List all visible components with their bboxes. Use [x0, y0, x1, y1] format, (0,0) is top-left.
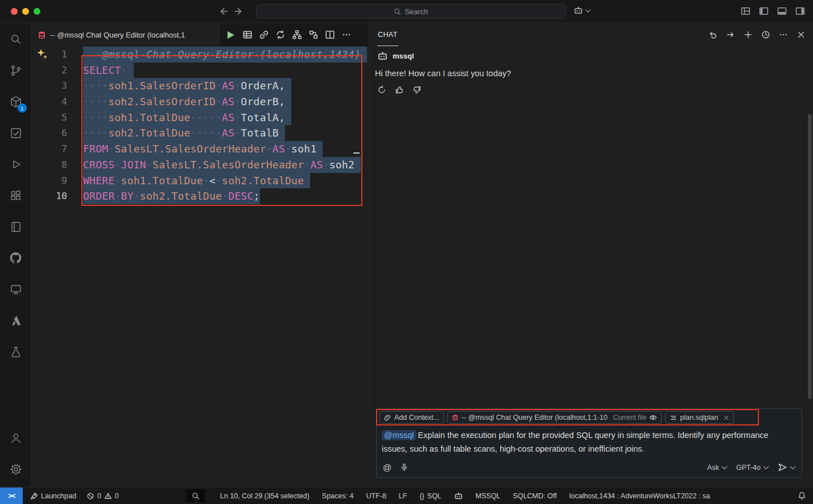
thumbs-down-icon[interactable] [412, 85, 422, 94]
chat-scrollbar[interactable] [808, 114, 812, 399]
estimated-plan-button[interactable] [292, 30, 302, 40]
cursor-position-item[interactable]: Ln 10, Col 29 (354 selected) [220, 492, 309, 500]
send-button[interactable] [778, 462, 795, 472]
results-grid-button[interactable] [242, 30, 253, 40]
accounts-icon[interactable] [0, 422, 31, 453]
close-panel-icon[interactable] [797, 30, 806, 39]
remote-indicator[interactable]: >< [0, 488, 23, 504]
sqlcmd-status-item[interactable]: SQLCMD: Off [513, 492, 557, 500]
add-context-chip[interactable]: Add Context... [379, 411, 444, 424]
eye-icon[interactable] [649, 414, 657, 422]
chat-input-text[interactable]: @mssqlExplain the execution plan for the… [377, 426, 802, 456]
close-window-button[interactable] [11, 8, 18, 15]
back-icon[interactable] [218, 6, 228, 16]
code-line[interactable]: 7FROM·SalesLT.SalesOrderHeader·AS·soh1 [32, 141, 369, 157]
connection-status-item[interactable]: localhost,1434 : AdventureWorksLT2022 : … [569, 492, 710, 500]
tab-title: -- @mssql Chat Query Editor (localhost,1 [50, 31, 185, 39]
command-center-search[interactable]: Search [256, 4, 566, 19]
code-text: ····soh2.TotalDue·····AS·TotalB [83, 125, 285, 141]
sidebar-item-tasks[interactable] [0, 117, 31, 148]
search-status-item[interactable] [186, 489, 205, 502]
sidebar-item-search[interactable] [0, 23, 31, 55]
current-file-chip[interactable]: -- @mssql Chat Query Editor (localhost,1… [447, 411, 662, 424]
line-number[interactable]: 8 [32, 157, 67, 173]
customize-layout-icon[interactable] [741, 6, 750, 16]
code-line[interactable]: 4····soh2.SalesOrderID·AS·OrderB, [32, 94, 369, 110]
language-mode-item[interactable]: {}SQL [419, 492, 441, 500]
sidebar-item-notebook[interactable] [0, 211, 31, 242]
code-text: ORDER·BY·soh2.TotalDue·DESC; [83, 188, 260, 204]
zoom-window-button[interactable] [34, 8, 40, 15]
chevron-down-icon [721, 464, 727, 469]
line-number[interactable]: 6 [32, 125, 67, 141]
code-line[interactable]: 6····soh2.TotalDue·····AS·TotalB [32, 125, 369, 141]
settings-gear-icon[interactable] [0, 453, 31, 485]
toggle-primary-sidebar-icon[interactable] [759, 6, 769, 16]
more-actions-button[interactable] [341, 30, 352, 40]
problems-status-item[interactable]: 0 0 [86, 492, 119, 500]
sidebar-item-source-control[interactable] [0, 55, 31, 86]
rerun-icon[interactable] [377, 85, 386, 94]
split-editor-button[interactable] [325, 30, 335, 40]
code-line[interactable]: 9WHERE·soh1.TotalDue·<·soh2.TotalDue [32, 173, 369, 189]
remove-chip-icon[interactable] [723, 415, 729, 421]
code-line[interactable]: 5····soh1.TotalDue·····AS·TotalA, [32, 110, 369, 126]
code-line[interactable]: 3····soh1.SalesOrderID·AS·OrderA, [32, 78, 369, 94]
assistant-name: mssql [393, 52, 414, 60]
warning-count: 0 [115, 492, 119, 500]
undo-edits-icon[interactable] [708, 30, 717, 39]
copilot-menu[interactable] [573, 6, 590, 15]
editor-body[interactable]: 1--·@mssql·Chat·Query·Editor·(localhost,… [32, 46, 369, 487]
thumbs-up-icon[interactable] [395, 85, 404, 94]
chat-more-icon[interactable] [779, 30, 788, 39]
eol-item[interactable]: LF [399, 492, 407, 500]
redo-edits-icon[interactable] [726, 30, 735, 39]
toggle-panel-icon[interactable] [777, 6, 787, 16]
code-lines: 1--·@mssql·Chat·Query·Editor·(localhost,… [32, 46, 369, 204]
line-number[interactable]: 4 [32, 94, 67, 110]
new-chat-icon[interactable] [744, 30, 753, 39]
mode-selector[interactable]: Ask [707, 464, 727, 472]
line-number[interactable]: 7 [32, 141, 67, 157]
line-number[interactable]: 3 [32, 78, 67, 94]
tab-chat[interactable]: CHAT [377, 23, 398, 46]
code-text: CROSS·JOIN·SalesLT.SalesOrderHeader·AS·s… [83, 157, 361, 173]
line-number[interactable]: 10 [32, 188, 67, 204]
line-number[interactable]: 9 [32, 173, 67, 189]
sidebar-item-remote-explorer[interactable] [0, 274, 31, 305]
chat-history-icon[interactable] [761, 30, 770, 39]
sidebar-item-github[interactable] [0, 242, 31, 274]
notifications-bell-icon[interactable] [798, 491, 806, 500]
line-number[interactable]: 5 [32, 110, 67, 126]
run-query-button[interactable] [224, 29, 236, 41]
toggle-secondary-sidebar-icon[interactable] [795, 6, 805, 16]
code-line[interactable]: 10ORDER·BY·soh2.TotalDue·DESC; [32, 188, 369, 204]
sidebar-item-packages[interactable]: 1 [0, 86, 31, 117]
errors-icon [86, 492, 94, 500]
code-line[interactable]: 8CROSS·JOIN·SalesLT.SalesOrderHeader·AS·… [32, 157, 369, 173]
mention-button[interactable]: @ [383, 462, 391, 472]
forward-icon[interactable] [234, 6, 244, 16]
sidebar-item-extensions[interactable] [0, 180, 31, 211]
copilot-status-icon[interactable] [454, 491, 463, 501]
sidebar-item-azure[interactable] [0, 305, 31, 336]
indentation-item[interactable]: Spaces: 4 [322, 492, 354, 500]
plan-sqlplan-chip[interactable]: plan.sqlplan [665, 411, 734, 424]
mssql-status-item[interactable]: MSSQL [476, 492, 501, 500]
sidebar-item-run-debug[interactable] [0, 148, 31, 180]
sidebar-item-sql-projects[interactable] [0, 336, 31, 367]
encoding-item[interactable]: UTF-8 [366, 492, 386, 500]
editor-tab[interactable]: -- @mssql Chat Query Editor (localhost,1 [32, 23, 220, 46]
connect-button[interactable] [259, 30, 269, 40]
copilot-sparkle-icon[interactable] [36, 48, 48, 60]
model-selector[interactable]: GPT-4o [736, 464, 768, 472]
line-number[interactable]: 2 [32, 63, 67, 79]
change-connection-button[interactable] [275, 30, 286, 40]
minimize-window-button[interactable] [22, 8, 29, 15]
query-plan-button[interactable] [308, 30, 319, 40]
code-line[interactable]: 2SELECT· [32, 63, 369, 79]
code-line[interactable]: 1--·@mssql·Chat·Query·Editor·(localhost,… [32, 47, 369, 63]
mic-icon[interactable] [400, 463, 408, 472]
context-chips-row: Add Context... -- @mssql Chat Query Edit… [377, 409, 802, 426]
launchpad-status-item[interactable]: Launchpad [30, 492, 76, 500]
